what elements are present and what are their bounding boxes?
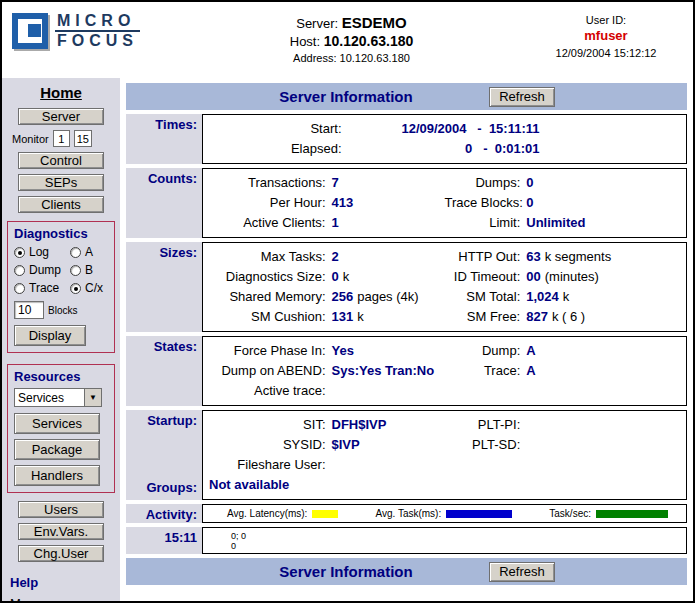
address-line: Address: 10.120.63.180 — [172, 52, 531, 64]
info-line: Force Phase In: Yes Dump: A — [207, 341, 682, 361]
monitor-count-box[interactable]: 15 — [74, 130, 92, 147]
radio-icon — [14, 265, 25, 276]
radio-label: B — [85, 263, 93, 277]
field-value: 0 — [526, 175, 533, 190]
server-button[interactable]: Server — [18, 108, 104, 125]
home-link[interactable]: Home — [40, 84, 82, 101]
menu-link[interactable]: Menu — [10, 596, 43, 603]
radio-b[interactable]: B — [70, 263, 110, 277]
task-ms-bar-label: Avg. Task(ms): — [375, 508, 441, 519]
field-label: Diagnostics Size: — [207, 267, 331, 287]
field-label: Per Hour: — [207, 193, 331, 213]
handlers-button[interactable]: Handlers — [14, 465, 100, 486]
task-ms-bar-group: Avg. Task(ms): — [375, 508, 512, 519]
refresh-button-top[interactable]: Refresh — [489, 87, 555, 107]
field-value: $IVP — [332, 437, 360, 452]
info-line: Elapsed: 0 - 0:01:01 — [207, 139, 682, 159]
help-label: Help — [10, 575, 43, 590]
startup-row: Startup: Groups: SIT: DFH$IVP PLT-PI: SY… — [126, 410, 687, 500]
info-line: Fileshare User: — [207, 455, 682, 475]
radio-cx[interactable]: C/x — [70, 281, 110, 295]
activity-row: Activity: Avg. Latency(ms): Avg. Task(ms… — [126, 504, 687, 523]
field-label: SIT: — [207, 415, 331, 435]
ticker-line: 0 — [231, 541, 686, 551]
field-value: 256 — [332, 289, 354, 304]
resources-select[interactable]: Services ▼ — [14, 388, 102, 407]
info-line: SIT: DFH$IVP PLT-PI: — [207, 415, 682, 435]
info-line: Dump on ABEND: Sys:Yes Tran:No Trace: A — [207, 361, 682, 381]
logo-word-micro: MICRO — [55, 12, 140, 32]
server-label: Server: — [296, 16, 338, 31]
logo-word-focus: FOCUS — [55, 32, 140, 50]
page-header: MICRO FOCUS Server: ESDEMO Host: 10.120.… — [2, 2, 693, 78]
counts-row: Counts: Transactions: 7 Dumps: 0 Per Hou… — [126, 168, 687, 238]
radio-icon — [70, 247, 81, 258]
row-label-sizes: Sizes: — [126, 242, 202, 332]
row-label-states: States: — [126, 336, 202, 406]
display-button[interactable]: Display — [14, 325, 86, 346]
states-panel: Force Phase In: Yes Dump: A Dump on ABEN… — [202, 336, 687, 406]
users-button[interactable]: Users — [18, 501, 104, 518]
task-sec-bar-group: Task/sec: — [549, 508, 668, 519]
radio-label: Log — [29, 245, 49, 259]
field-value: 413 — [332, 195, 354, 210]
field-suffix: k — [357, 309, 364, 324]
diagnostics-radio-grid: Log A Dump B — [14, 245, 110, 295]
ticker-panel: 0; 0 0 — [202, 527, 687, 554]
activity-panel: Avg. Latency(ms): Avg. Task(ms): Task/se… — [202, 504, 687, 523]
field-label: Shared Memory: — [207, 287, 331, 307]
startup-panel: SIT: DFH$IVP PLT-PI: SYSID: $IVP PLT-SD:… — [202, 410, 687, 500]
seps-button[interactable]: SEPs — [18, 174, 104, 191]
resources-select-value: Services — [15, 391, 84, 405]
chg-user-button[interactable]: Chg.User — [18, 545, 104, 562]
control-button[interactable]: Control — [18, 152, 104, 169]
microfocus-logo-text: MICRO FOCUS — [55, 12, 140, 50]
field-value: 131 — [332, 309, 354, 324]
host-value: 10.120.63.180 — [324, 33, 414, 49]
field-suffix: pages (4k) — [357, 289, 418, 304]
clients-button[interactable]: Clients — [18, 196, 104, 213]
diagnostics-title: Diagnostics — [14, 226, 110, 241]
info-line: Active Clients: 1 Limit: Unlimited — [207, 213, 682, 233]
info-line: Max Tasks: 2 HTTP Out: 63k segments — [207, 247, 682, 267]
blocks-label: Blocks — [48, 305, 77, 316]
user-id-value: mfuser — [531, 28, 681, 43]
field-value: 12/09/2004 - 15:11:11 — [350, 119, 540, 139]
info-line: Diagnostics Size: 0k ID Timeout: 00(minu… — [207, 267, 682, 287]
row-label-groups: Groups: — [126, 480, 197, 495]
monitor-label: Monitor — [12, 133, 49, 145]
sizes-row: Sizes: Max Tasks: 2 HTTP Out: 63k segmen… — [126, 242, 687, 332]
field-label: Transactions: — [207, 173, 331, 193]
field-label: Active Clients: — [207, 213, 331, 233]
radio-icon — [70, 283, 81, 294]
radio-log[interactable]: Log — [14, 245, 70, 259]
radio-icon — [14, 283, 25, 294]
field-label: Dump on ABEND: — [207, 361, 331, 381]
latency-bar-group: Avg. Latency(ms): — [227, 508, 338, 519]
radio-trace[interactable]: Trace — [14, 281, 70, 295]
row-label-counts: Counts: — [126, 168, 202, 238]
field-value: A — [526, 363, 535, 378]
resources-title: Resources — [14, 369, 110, 384]
field-label: Limit: — [445, 213, 526, 233]
field-value: 7 — [332, 175, 339, 190]
blocks-input[interactable] — [14, 301, 44, 319]
task-ms-bar — [446, 510, 512, 518]
field-label — [445, 455, 526, 475]
services-button[interactable]: Services — [14, 413, 100, 434]
field-suffix: k segments — [545, 249, 611, 264]
info-line: Per Hour: 413 Trace Blocks: 0 — [207, 193, 682, 213]
field-label: Dumps: — [445, 173, 526, 193]
radio-a[interactable]: A — [70, 245, 110, 259]
server-identity: Server: ESDEMO Host: 10.120.63.180 Addre… — [172, 12, 531, 64]
package-button[interactable]: Package — [14, 439, 100, 460]
env-vars-button[interactable]: Env.Vars. — [18, 523, 104, 540]
field-value: 0 — [332, 269, 339, 284]
timestamp: 12/09/2004 15:12:12 — [531, 47, 681, 59]
monitor-interval-box[interactable]: 1 — [53, 130, 70, 147]
page-title: Server Information — [246, 88, 446, 105]
field-suffix: k ( 6 ) — [552, 309, 585, 324]
info-line: SM Cushion: 131k SM Free: 827k ( 6 ) — [207, 307, 682, 327]
refresh-button-bottom[interactable]: Refresh — [489, 562, 555, 582]
radio-dump[interactable]: Dump — [14, 263, 70, 277]
